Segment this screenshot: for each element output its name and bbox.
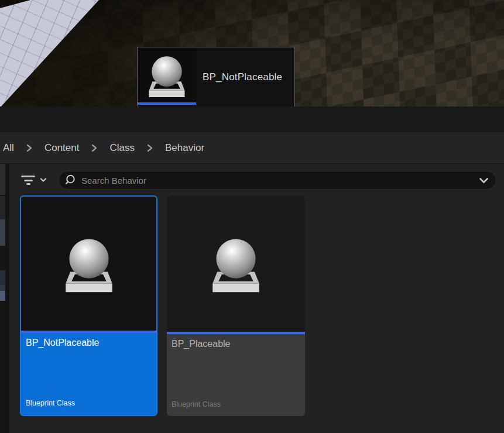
search-icon (64, 174, 76, 186)
left-panel-row[interactable] (0, 196, 5, 219)
left-panel-row[interactable] (0, 285, 5, 291)
content-browser: BP_NotPlaceable Blueprint Class BP_Place… (0, 164, 504, 433)
chevron-right-icon (91, 144, 97, 152)
breadcrumb-item-all[interactable]: All (3, 142, 14, 154)
breadcrumb-item-behavior[interactable]: Behavior (165, 142, 204, 154)
drag-asset-thumbnail (138, 47, 196, 106)
asset-tile-footer: BP_Placeable Blueprint Class (167, 334, 305, 416)
asset-type-label: Blueprint Class (26, 399, 152, 407)
unreal-editor-screen: BP_NotPlaceable All Content Class Behavi… (0, 0, 504, 433)
left-panel-row[interactable] (0, 219, 5, 246)
asset-name: BP_Placeable (172, 339, 300, 349)
drag-preview-tooltip: BP_NotPlaceable (137, 47, 295, 106)
asset-tile-bp-placeable[interactable]: BP_Placeable Blueprint Class (167, 195, 305, 416)
chevron-right-icon (26, 144, 32, 152)
asset-tile-bp-notplaceable[interactable]: BP_NotPlaceable Blueprint Class (20, 195, 157, 416)
drag-asset-name: BP_NotPlaceable (196, 47, 294, 106)
blueprint-sphere-icon (142, 50, 192, 101)
chevron-right-icon (147, 144, 153, 152)
asset-type-color-bar (138, 102, 196, 105)
breadcrumb: All Content Class Behavior (0, 132, 504, 164)
search-bar[interactable] (59, 171, 496, 190)
blueprint-sphere-icon (56, 231, 122, 297)
level-viewport[interactable]: BP_NotPlaceable (0, 0, 504, 106)
search-input[interactable] (80, 175, 475, 186)
left-panel-row-selected[interactable] (0, 291, 5, 301)
asset-tile-footer: BP_NotPlaceable Blueprint Class (21, 333, 156, 415)
asset-type-label: Blueprint Class (172, 400, 300, 408)
panel-gap-band (0, 106, 504, 132)
chevron-down-icon[interactable] (479, 177, 489, 184)
left-panel-edge (0, 164, 5, 433)
asset-name: BP_NotPlaceable (26, 338, 152, 348)
left-panel-row[interactable] (0, 164, 5, 195)
left-panel-row[interactable] (0, 270, 5, 285)
asset-thumbnail (167, 195, 305, 332)
asset-thumbnail (21, 197, 156, 331)
blueprint-sphere-icon (203, 231, 269, 297)
chevron-down-icon (40, 178, 47, 183)
filter-funnel-icon (21, 176, 35, 185)
filter-button[interactable] (21, 171, 47, 189)
panel-splitter[interactable] (5, 164, 9, 433)
left-panel-row[interactable] (0, 246, 5, 270)
breadcrumb-item-content[interactable]: Content (44, 142, 80, 154)
breadcrumb-item-class[interactable]: Class (109, 142, 135, 154)
